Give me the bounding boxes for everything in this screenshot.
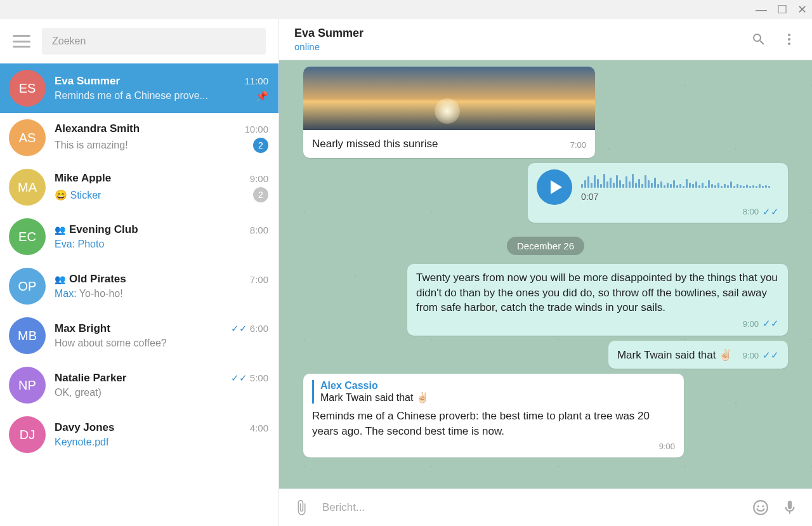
message-text: Mark Twain said that ✌🏻	[617, 349, 732, 361]
avatar: OP	[9, 268, 46, 305]
window-titlebar: — ☐ ✕	[0, 0, 812, 19]
svg-point-1	[788, 38, 790, 41]
chat-preview: Max: Yo-ho-ho!	[55, 288, 123, 299]
avatar: EC	[9, 218, 46, 255]
more-icon[interactable]	[782, 32, 797, 47]
svg-point-5	[762, 505, 764, 507]
menu-button[interactable]	[13, 35, 30, 48]
waveform-icon[interactable]	[581, 173, 779, 188]
message-voice[interactable]: 0:07 8:00 ✓✓	[303, 163, 788, 223]
message-time: 9:00	[743, 319, 759, 329]
chat-time: 4:00	[250, 423, 268, 433]
main-panel: Eva Summer online Nearly missed this sun…	[279, 19, 812, 526]
avatar: ES	[9, 70, 46, 107]
group-icon: 👥	[55, 274, 65, 284]
message-input[interactable]: Bericht...	[322, 501, 740, 514]
close-icon[interactable]: ✕	[797, 4, 807, 15]
message-out[interactable]: Mark Twain said that ✌🏻 9:00 ✓✓	[303, 341, 788, 369]
chat-preview: This is amazing!	[55, 140, 128, 151]
avatar: NP	[9, 367, 46, 404]
chat-time: 5:00	[250, 372, 268, 383]
chat-list-item[interactable]: EC👥 Evening Club8:00Eva: Photo	[0, 212, 278, 261]
chat-name: 👥 Old Pirates	[55, 273, 126, 286]
chat-preview: OK, great)	[55, 387, 102, 398]
chat-list-item[interactable]: MBMax Bright✓✓ 6:00How about some coffee…	[0, 311, 278, 360]
minimize-icon[interactable]: —	[756, 4, 767, 15]
message-time: 9:00	[743, 351, 759, 360]
chat-title[interactable]: Eva Summer	[294, 27, 751, 40]
search-input[interactable]: Zoeken	[42, 28, 266, 55]
photo-caption-text: Nearly missed this sunrise	[312, 136, 438, 152]
chat-time: 10:00	[244, 124, 268, 135]
reply-preview[interactable]: Alex Cassio Mark Twain said that ✌🏻	[312, 380, 675, 404]
maximize-icon[interactable]: ☐	[777, 4, 787, 15]
attach-icon[interactable]	[293, 499, 310, 516]
pin-icon: 📌	[256, 90, 268, 102]
chat-list: ESEva Summer11:00Reminds me of a Chinese…	[0, 63, 278, 526]
chat-preview: How about some coffee?	[55, 338, 167, 349]
avatar: DJ	[9, 416, 46, 453]
chat-time: 11:00	[244, 76, 268, 86]
avatar: AS	[9, 119, 46, 156]
svg-point-2	[788, 43, 790, 45]
message-photo[interactable]: Nearly missed this sunrise 7:00	[303, 67, 788, 158]
message-reply[interactable]: Alex Cassio Mark Twain said that ✌🏻 Remi…	[303, 374, 788, 457]
read-ticks-icon: ✓✓	[231, 323, 247, 334]
message-text: Twenty years from now you will be more d…	[416, 270, 779, 315]
voice-duration: 0:07	[581, 192, 779, 202]
chat-list-item[interactable]: MAMike Apple9:00😄 Sticker2	[0, 162, 278, 212]
group-icon: 👥	[55, 225, 65, 235]
chat-preview: Keynote.pdf	[55, 437, 108, 448]
chat-name: Mike Apple	[55, 172, 111, 185]
play-button[interactable]	[537, 169, 572, 205]
avatar: MB	[9, 317, 46, 354]
chat-time: 9:00	[250, 173, 268, 184]
sidebar: Zoeken ESEva Summer11:00Reminds me of a …	[0, 19, 279, 526]
chat-list-item[interactable]: NPNatalie Parker✓✓ 5:00OK, great)	[0, 360, 278, 410]
read-ticks-icon: ✓✓	[763, 206, 779, 218]
svg-point-3	[754, 501, 768, 515]
chat-time: 6:00	[250, 323, 268, 334]
avatar: MA	[9, 169, 46, 206]
unread-badge: 2	[253, 187, 268, 202]
chat-name: Alexandra Smith	[55, 122, 140, 135]
emoji-icon[interactable]	[752, 499, 769, 516]
message-time: 8:00	[743, 207, 759, 216]
read-ticks-icon: ✓✓	[231, 372, 247, 383]
svg-point-0	[788, 34, 790, 36]
message-text: Reminds me of a Chinese proverb: the bes…	[312, 409, 675, 439]
chat-name: 👥 Evening Club	[55, 223, 138, 236]
message-time: 9:00	[312, 442, 675, 451]
chat-name: Davy Jones	[55, 421, 115, 434]
svg-point-4	[757, 505, 759, 507]
unread-badge: 2	[253, 138, 268, 153]
chat-name: Max Bright	[55, 322, 110, 335]
message-out[interactable]: Twenty years from now you will be more d…	[303, 264, 788, 336]
chat-header: Eva Summer online	[279, 19, 812, 60]
chat-preview: 😄 Sticker	[55, 189, 101, 201]
chat-status: online	[294, 41, 751, 52]
chat-name: Natalie Parker	[55, 372, 126, 385]
chat-preview: Eva: Photo	[55, 239, 104, 250]
read-ticks-icon: ✓✓	[763, 318, 779, 329]
chat-preview: Reminds me of a Chinese prove...	[55, 90, 208, 102]
photo-thumbnail[interactable]	[303, 67, 595, 130]
chat-list-item[interactable]: ESEva Summer11:00Reminds me of a Chinese…	[0, 63, 278, 113]
chat-time: 8:00	[250, 225, 268, 235]
chat-list-item[interactable]: ASAlexandra Smith10:00This is amazing!2	[0, 113, 278, 162]
microphone-icon[interactable]	[782, 499, 798, 516]
composer: Bericht...	[279, 489, 812, 526]
reply-sender: Alex Cassio	[320, 380, 675, 391]
chat-time: 7:00	[250, 274, 268, 285]
message-time: 7:00	[570, 140, 586, 150]
search-icon[interactable]	[751, 32, 766, 47]
message-area: Nearly missed this sunrise 7:00 0:07 8:0…	[279, 60, 812, 489]
chat-list-item[interactable]: OP👥 Old Pirates7:00Max: Yo-ho-ho!	[0, 261, 278, 311]
read-ticks-icon: ✓✓	[763, 350, 779, 361]
reply-text: Mark Twain said that ✌🏻	[320, 391, 675, 404]
chat-list-item[interactable]: DJDavy Jones4:00Keynote.pdf	[0, 410, 278, 459]
chat-name: Eva Summer	[55, 75, 120, 88]
